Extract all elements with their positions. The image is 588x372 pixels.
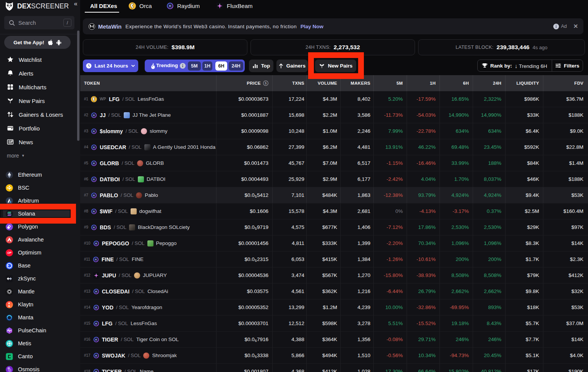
svg-text:R: R <box>95 306 97 309</box>
svg-text:R: R <box>169 4 171 8</box>
svg-text:R: R <box>95 290 97 293</box>
svg-text:R: R <box>95 338 97 341</box>
svg-text:R: R <box>95 370 97 372</box>
svg-text:R: R <box>93 210 95 213</box>
svg-text:R: R <box>93 178 95 181</box>
svg-text:OP: OP <box>7 251 11 254</box>
svg-text:R: R <box>95 258 97 261</box>
svg-text:R: R <box>95 322 97 325</box>
svg-text:R: R <box>93 146 95 149</box>
svg-text:R: R <box>93 114 95 117</box>
svg-text:R: R <box>95 242 97 245</box>
svg-text:R: R <box>93 194 95 197</box>
svg-text:R: R <box>93 162 95 165</box>
svg-text:R: R <box>95 354 97 358</box>
svg-text:R: R <box>93 226 95 229</box>
svg-text:$: $ <box>265 81 267 85</box>
svg-text:R: R <box>93 130 95 133</box>
